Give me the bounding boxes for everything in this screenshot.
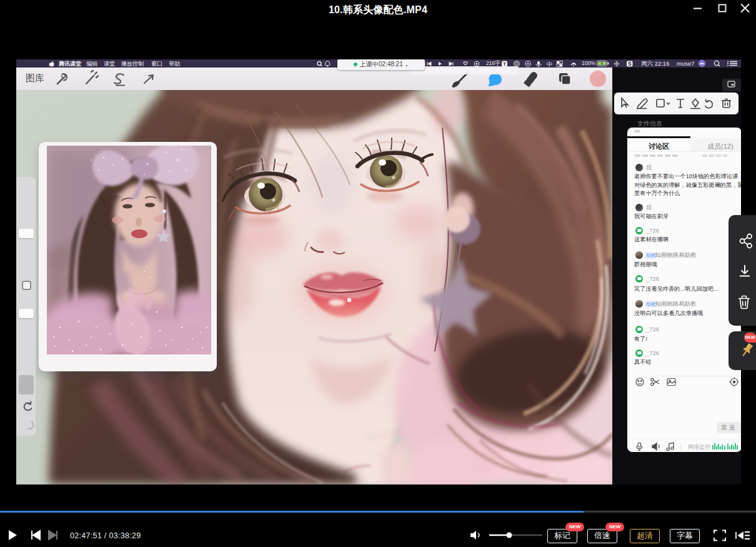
svg-text:S: S <box>628 61 632 67</box>
svg-text:中: 中 <box>547 61 552 67</box>
